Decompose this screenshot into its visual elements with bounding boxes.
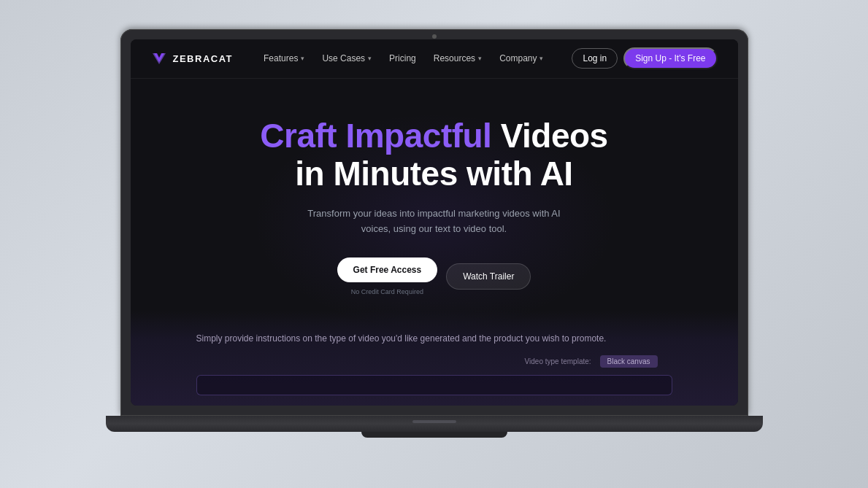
- chevron-icon: ▾: [478, 55, 482, 62]
- no-credit-text: No Credit Card Required: [351, 288, 423, 295]
- primary-button-wrapper: Get Free Access No Credit Card Required: [337, 257, 438, 295]
- laptop-lid: ZEBRACAT Features ▾ Use Cases ▾ Pricing: [120, 29, 748, 416]
- logo-area[interactable]: ZEBRACAT: [151, 52, 234, 65]
- logo-text: ZEBRACAT: [173, 53, 234, 64]
- navbar: ZEBRACAT Features ▾ Use Cases ▾ Pricing: [131, 39, 738, 79]
- chevron-icon: ▾: [539, 55, 543, 62]
- hero-title-white3: with AI: [466, 155, 573, 193]
- preview-template-row: Video type template: Black canvas: [196, 355, 672, 368]
- nav-item-usecases[interactable]: Use Cases ▾: [315, 49, 379, 68]
- hero-title-white1: Videos: [491, 117, 607, 155]
- screen: ZEBRACAT Features ▾ Use Cases ▾ Pricing: [131, 39, 738, 406]
- hero-subtitle: Transform your ideas into impactful mark…: [296, 206, 573, 237]
- laptop-base: [106, 416, 763, 432]
- hero-title-white2: in Minutes: [295, 155, 466, 193]
- preview-template-value[interactable]: Black canvas: [600, 355, 658, 368]
- nav-item-pricing[interactable]: Pricing: [382, 49, 423, 68]
- laptop-container: ZEBRACAT Features ▾ Use Cases ▾ Pricing: [113, 29, 756, 460]
- login-button[interactable]: Log in: [572, 48, 618, 69]
- preview-text: Simply provide instructions on the type …: [196, 332, 634, 346]
- nav-item-company[interactable]: Company ▾: [492, 49, 550, 68]
- preview-template-label: Video type template:: [525, 357, 591, 365]
- camera-dot: [432, 34, 437, 39]
- nav-item-resources[interactable]: Resources ▾: [426, 49, 489, 68]
- hero-buttons: Get Free Access No Credit Card Required …: [337, 257, 531, 295]
- chevron-icon: ▾: [368, 55, 372, 62]
- preview-input-bar[interactable]: [196, 375, 672, 395]
- logo-icon: [151, 52, 167, 65]
- nav-actions: Log in Sign Up - It's Free: [572, 47, 717, 69]
- chevron-icon: ▾: [301, 55, 304, 62]
- nav-item-features[interactable]: Features ▾: [256, 49, 312, 68]
- preview-section: Simply provide instructions on the type …: [131, 311, 738, 406]
- watch-trailer-button[interactable]: Watch Trailer: [446, 263, 531, 290]
- hero-title-purple: Craft Impactful: [260, 117, 491, 155]
- hero-section: Craft Impactful Videos in Minutes with A…: [131, 79, 738, 317]
- signup-button[interactable]: Sign Up - It's Free: [623, 47, 717, 69]
- hero-title: Craft Impactful Videos in Minutes with A…: [260, 117, 607, 194]
- get-free-access-button[interactable]: Get Free Access: [337, 257, 438, 282]
- nav-links: Features ▾ Use Cases ▾ Pricing Resources…: [256, 49, 572, 68]
